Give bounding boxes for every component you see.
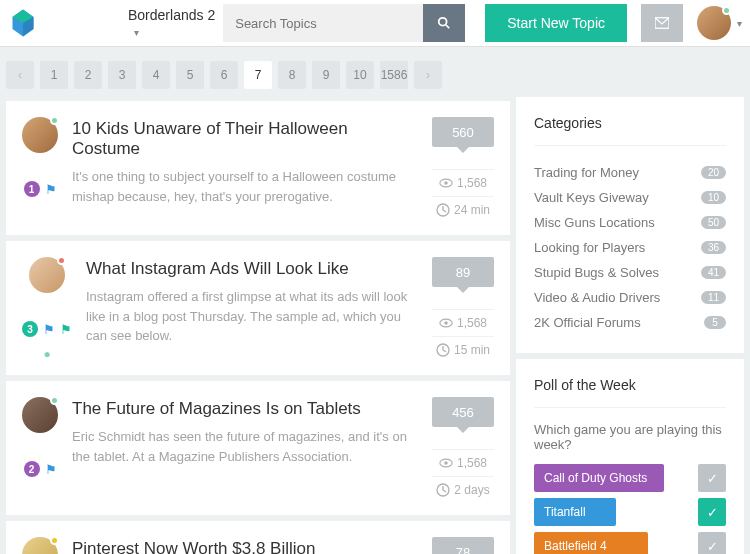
flag-icon: ⚑ <box>45 462 57 477</box>
page-1586[interactable]: 1586 <box>380 61 408 89</box>
mail-icon <box>655 16 669 30</box>
status-dot <box>722 6 731 15</box>
reply-count: 560 <box>432 117 494 147</box>
search-icon <box>437 16 451 30</box>
category-name: Misc Guns Locations <box>534 215 655 230</box>
page-5[interactable]: 5 <box>176 61 204 89</box>
clock-icon <box>436 203 450 217</box>
topic-avatar[interactable] <box>22 397 58 433</box>
category-item[interactable]: Video & Audio Drivers11 <box>534 285 726 310</box>
page-4[interactable]: 4 <box>142 61 170 89</box>
breadcrumb-text: Borderlands 2 <box>128 7 215 23</box>
category-count: 50 <box>701 216 726 229</box>
page-10[interactable]: 10 <box>346 61 374 89</box>
topic-body[interactable]: The Future of Magazines Is on TabletsEri… <box>72 397 418 503</box>
mail-button[interactable] <box>641 4 683 42</box>
category-name: Stupid Bugs & Solves <box>534 265 659 280</box>
category-count: 20 <box>701 166 726 179</box>
user-menu[interactable] <box>697 6 731 40</box>
badge: 2 <box>24 461 40 477</box>
main-column: ‹ 123456789101586› 1⚑10 Kids Unaware of … <box>6 53 510 554</box>
category-item[interactable]: Stupid Bugs & Solves41 <box>534 260 726 285</box>
page-7[interactable]: 7 <box>244 61 272 89</box>
new-topic-button[interactable]: Start New Topic <box>485 4 627 42</box>
status-dot <box>50 396 59 405</box>
page-6[interactable]: 6 <box>210 61 238 89</box>
category-item[interactable]: Trading for Money20 <box>534 160 726 185</box>
views-stat: 1,568 <box>432 169 494 196</box>
time-stat: 15 min <box>432 336 494 363</box>
header: Borderlands 2 ▾ Start New Topic ▾ <box>0 0 750 47</box>
page-9[interactable]: 9 <box>312 61 340 89</box>
page-next[interactable]: › <box>414 61 442 89</box>
svg-point-7 <box>444 181 448 185</box>
poll-option: Titanfall✓ <box>534 498 726 526</box>
category-item[interactable]: Misc Guns Locations50 <box>534 210 726 235</box>
categories-title: Categories <box>534 115 726 146</box>
topic-stats: 4561,5682 days <box>432 397 494 503</box>
views-stat: 1,568 <box>432 309 494 336</box>
topic-stats: 78 <box>432 537 494 554</box>
page-1[interactable]: 1 <box>40 61 68 89</box>
topic-meta: 1⚑ <box>22 117 58 223</box>
category-count: 11 <box>701 291 726 304</box>
topic-avatar[interactable] <box>22 117 58 153</box>
eye-icon <box>439 176 453 190</box>
poll-check[interactable]: ✓ <box>698 532 726 554</box>
clock-icon <box>436 343 450 357</box>
pagination: ‹ 123456789101586› <box>6 53 510 101</box>
status-dot <box>57 256 66 265</box>
category-count: 36 <box>701 241 726 254</box>
page-prev[interactable]: ‹ <box>6 61 34 89</box>
topic-excerpt: Eric Schmidt has seen the future of maga… <box>72 427 418 466</box>
category-name: 2K Official Forums <box>534 315 641 330</box>
poll-title: Poll of the Week <box>534 377 726 408</box>
poll-question: Which game you are playing this week? <box>534 422 726 452</box>
topic-body[interactable]: What Instagram Ads Will Look LikeInstagr… <box>86 257 418 363</box>
category-name: Looking for Players <box>534 240 645 255</box>
flag-icon: ⚑ <box>60 322 72 337</box>
category-name: Video & Audio Drivers <box>534 290 660 305</box>
page-2[interactable]: 2 <box>74 61 102 89</box>
search-button[interactable] <box>423 4 465 42</box>
topic-avatar[interactable] <box>22 537 58 554</box>
badge: 3 <box>22 321 38 337</box>
category-item[interactable]: 2K Official Forums5 <box>534 310 726 335</box>
topic-body[interactable]: Pinterest Now Worth $3.8 BillionPinteres… <box>72 537 418 554</box>
svg-line-4 <box>446 25 450 29</box>
category-name: Trading for Money <box>534 165 639 180</box>
category-count: 5 <box>704 316 726 329</box>
topic-body[interactable]: 10 Kids Unaware of Their Halloween Costu… <box>72 117 418 223</box>
topic-avatar[interactable] <box>29 257 65 293</box>
status-dot <box>50 536 59 545</box>
topic-row: 2⚑The Future of Magazines Is on TabletsE… <box>6 381 510 515</box>
topic-row: 1⚑10 Kids Unaware of Their Halloween Cos… <box>6 101 510 235</box>
category-count: 41 <box>701 266 726 279</box>
page-8[interactable]: 8 <box>278 61 306 89</box>
topic-stats: 891,56815 min <box>432 257 494 363</box>
caret-down-icon: ▾ <box>134 27 139 38</box>
topic-excerpt: Instagram offered a first glimpse at wha… <box>86 287 418 346</box>
category-item[interactable]: Looking for Players36 <box>534 235 726 260</box>
poll-check[interactable]: ✓ <box>698 498 726 526</box>
poll-option: Call of Duty Ghosts✓ <box>534 464 726 492</box>
svg-point-13 <box>444 461 448 465</box>
reply-count: 78 <box>432 537 494 554</box>
topic-title: 10 Kids Unaware of Their Halloween Costu… <box>72 119 418 159</box>
category-item[interactable]: Vault Keys Giveway10 <box>534 185 726 210</box>
topic-stats: 5601,56824 min <box>432 117 494 223</box>
categories-box: Categories Trading for Money20Vault Keys… <box>516 97 744 353</box>
page-3[interactable]: 3 <box>108 61 136 89</box>
poll-check[interactable]: ✓ <box>698 464 726 492</box>
search-input[interactable] <box>223 4 423 42</box>
topic-meta: 2⚑ <box>22 397 58 503</box>
logo[interactable] <box>8 8 38 38</box>
views-stat: 1,568 <box>432 449 494 476</box>
category-count: 10 <box>701 191 726 204</box>
search-form <box>223 4 465 42</box>
poll-bar: Battlefield 4 <box>534 532 648 554</box>
time-stat: 2 days <box>432 476 494 503</box>
breadcrumb[interactable]: Borderlands 2 ▾ <box>128 7 223 39</box>
eye-icon <box>439 316 453 330</box>
poll-bar: Titanfall <box>534 498 616 526</box>
